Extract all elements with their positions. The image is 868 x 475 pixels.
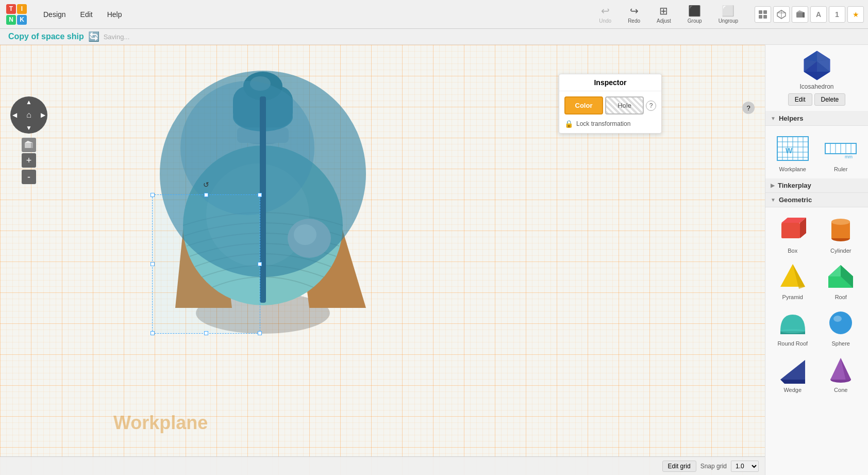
view-star-icon[interactable]: ★ xyxy=(847,6,864,23)
cone-icon xyxy=(824,353,857,386)
svg-rect-0 xyxy=(759,10,762,14)
view-3d-icon[interactable] xyxy=(773,6,790,23)
color-hole-row: Color Hole ? xyxy=(564,96,656,114)
ruler-icon: mm xyxy=(824,132,857,165)
svg-point-65 xyxy=(831,219,850,225)
nav-left[interactable]: ◀ xyxy=(12,111,17,119)
box-label: Box xyxy=(788,248,797,254)
menu-edit[interactable]: Edit xyxy=(74,8,99,21)
svg-rect-30 xyxy=(260,96,266,303)
adjust-button[interactable]: ⊞ Adjust xyxy=(653,3,675,26)
geometric-shapes-grid: Box Cylinder xyxy=(765,207,868,399)
svg-rect-7 xyxy=(796,12,803,18)
menu-design[interactable]: Design xyxy=(37,8,72,21)
view-icons: A 1 ★ xyxy=(755,6,864,23)
svg-rect-1 xyxy=(763,10,767,14)
view-box-icon[interactable] xyxy=(792,6,808,23)
pyramid-label: Pyramid xyxy=(782,294,803,300)
topbar: T I N K Design Edit Help ↩ Undo ↪ Redo ⊞… xyxy=(0,0,868,29)
redo-button[interactable]: ↪ Redo xyxy=(624,3,644,26)
shape-wedge[interactable]: Wedge xyxy=(770,351,816,395)
inspector-body: Color Hole ? 🔒 Lock transformation xyxy=(559,91,661,133)
view-letter-icon[interactable]: A xyxy=(810,6,827,23)
svg-rect-60 xyxy=(781,223,800,238)
svg-marker-33 xyxy=(31,143,33,148)
group-label: Group xyxy=(688,18,702,24)
ungroup-label: Ungroup xyxy=(719,18,738,24)
refresh-icon[interactable]: 🔄 xyxy=(88,31,99,42)
ungroup-button[interactable]: ⬜ Ungroup xyxy=(714,3,742,26)
wedge-label: Wedge xyxy=(783,387,802,393)
ruler-label: Ruler xyxy=(834,166,847,172)
shape-round-roof[interactable]: Round Roof xyxy=(770,304,816,349)
view-grid-icon[interactable] xyxy=(755,6,771,23)
helpers-label: Helpers xyxy=(779,114,804,122)
ungroup-icon: ⬜ xyxy=(722,5,735,17)
svg-text:mm: mm xyxy=(845,154,853,159)
shape-box[interactable]: Box xyxy=(770,211,816,256)
box-icon xyxy=(776,214,809,247)
canvas-area[interactable]: Workplane xyxy=(0,45,765,475)
nav-up[interactable]: ▲ xyxy=(26,99,32,106)
help-button[interactable]: ? xyxy=(742,102,755,114)
svg-point-72 xyxy=(780,329,805,333)
roof-label: Roof xyxy=(835,294,847,300)
nav-down[interactable]: ▼ xyxy=(26,124,32,132)
nav-home[interactable]: ⌂ xyxy=(26,110,31,120)
tinkerplay-label: Tinkerplay xyxy=(778,182,811,189)
edit-shape-button[interactable]: Edit xyxy=(788,93,812,106)
shape-preview: Icosahedron Edit Delete xyxy=(765,45,868,111)
ruler-helper[interactable]: mm Ruler xyxy=(818,130,864,174)
tinkercad-logo[interactable]: T I N K xyxy=(4,2,29,27)
view-cube[interactable] xyxy=(22,138,36,152)
svg-marker-76 xyxy=(780,360,805,380)
shape-roof[interactable]: Roof xyxy=(818,258,864,302)
lock-row[interactable]: 🔒 Lock transformation xyxy=(564,120,656,128)
edit-grid-button[interactable]: Edit grid xyxy=(662,461,696,472)
rocket-object[interactable] xyxy=(144,55,412,354)
undo-button[interactable]: ↩ Undo xyxy=(595,3,615,26)
geometric-arrow: ▼ xyxy=(771,197,776,203)
menu-help[interactable]: Help xyxy=(101,8,128,21)
group-button[interactable]: ⬛ Group xyxy=(683,3,706,26)
shape-cone[interactable]: Cone xyxy=(818,351,864,395)
round-roof-icon xyxy=(776,306,809,339)
svg-text:W: W xyxy=(786,146,793,155)
zoom-out-button[interactable]: - xyxy=(22,170,36,184)
wedge-icon xyxy=(776,353,809,386)
workplane-helper[interactable]: W Workplane xyxy=(770,130,816,174)
shape-pyramid[interactable]: Pyramid xyxy=(770,258,816,302)
helpers-section-header[interactable]: ▼ Helpers xyxy=(765,111,868,126)
nav-right[interactable]: ▶ xyxy=(41,111,45,119)
shape-sphere[interactable]: Sphere xyxy=(818,304,864,349)
menu-bar: Design Edit Help xyxy=(37,8,128,21)
color-button[interactable]: Color xyxy=(564,96,603,114)
roof-icon xyxy=(824,260,857,293)
redo-label: Redo xyxy=(628,18,640,24)
hole-button[interactable]: Hole xyxy=(605,96,644,114)
svg-rect-2 xyxy=(759,15,762,19)
snap-grid-select[interactable]: 1.0 0.5 0.25 2.0 xyxy=(731,461,759,472)
svg-marker-41 xyxy=(804,72,830,80)
saving-status: Saving... xyxy=(104,33,130,41)
geometric-section-header[interactable]: ▼ Geometric xyxy=(765,193,868,207)
tinkerplay-section-header[interactable]: ▶ Tinkerplay xyxy=(765,178,868,193)
logo-i: I xyxy=(17,4,27,14)
shape-cylinder[interactable]: Cylinder xyxy=(818,211,864,256)
svg-point-74 xyxy=(833,316,842,322)
bottom-bar: Edit grid Snap grid 1.0 0.5 0.25 2.0 xyxy=(0,456,765,475)
view-number-icon[interactable]: 1 xyxy=(829,6,845,23)
workplane-icon: W xyxy=(776,132,809,165)
svg-marker-9 xyxy=(803,12,805,18)
inspector-help-button[interactable]: ? xyxy=(646,101,656,111)
inspector-title: Inspector xyxy=(559,74,661,91)
delete-shape-button[interactable]: Delete xyxy=(814,93,846,106)
helpers-grid: W Workplane mm xyxy=(765,126,868,178)
logo-n: N xyxy=(6,15,16,25)
toolbar-actions: ↩ Undo ↪ Redo ⊞ Adjust ⬛ Group ⬜ Ungroup xyxy=(595,3,864,26)
rocket-svg xyxy=(144,55,412,354)
helpers-arrow: ▼ xyxy=(771,116,776,121)
zoom-in-button[interactable]: + xyxy=(22,153,36,168)
svg-rect-3 xyxy=(763,15,767,19)
nav-orbit[interactable]: ▲ ▼ ◀ ▶ ⌂ xyxy=(10,96,47,134)
